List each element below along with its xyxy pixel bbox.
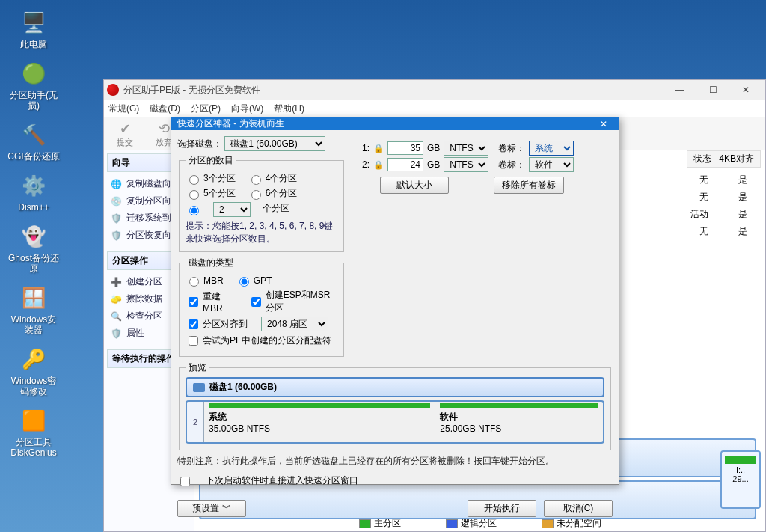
disk-type-group: 磁盘的类型 MBR GPT 重建MBR 创建ESP和MSR分区 分区对齐到 20… — [179, 257, 344, 357]
menu-help[interactable]: 帮助(H) — [274, 103, 304, 115]
fs-2-select[interactable]: NTFS — [444, 157, 488, 172]
count-suffix: 个分区 — [263, 202, 289, 217]
align-select[interactable]: 2048 扇区 — [261, 317, 328, 331]
dialog-close-button[interactable]: ✕ — [595, 119, 613, 129]
part2-info: 25.00GB NTFS — [440, 424, 598, 434]
partition-esp-slot: 2 — [187, 402, 204, 442]
menu-wizard[interactable]: 向导(W) — [231, 103, 263, 115]
part1-info: 35.00GB NTFS — [209, 424, 430, 434]
minimize-button[interactable]: — — [664, 80, 696, 100]
window-title: 分区助手PE版 - 无损分区免费软件 — [123, 84, 664, 97]
menu-disk[interactable]: 磁盘(D) — [150, 103, 180, 115]
partition-1[interactable]: 系统 35.00GB NTFS — [204, 402, 435, 442]
dialog-title: 快速分区神器 - 为装机而生 — [177, 117, 284, 130]
menu-partition[interactable]: 分区(P) — [191, 103, 221, 115]
radio-5[interactable]: 5个分区 — [186, 187, 236, 200]
desktop-icon[interactable]: 🔑Windows密码修改 — [7, 344, 60, 397]
titlebar: 分区助手PE版 - 无损分区免费软件 — ☐ ✕ — [104, 80, 765, 100]
tile-name: I:.. — [722, 465, 759, 474]
radio-custom[interactable] — [186, 202, 201, 217]
count-hint: 提示：您能按1, 2, 3, 4, 5, 6, 7, 8, 9键来快速选择分区数… — [186, 220, 337, 245]
chevron-down-icon: ︾ — [222, 503, 231, 513]
preview-disk-name: 磁盘1 (60.00GB) — [209, 381, 277, 394]
row2-num: 2: — [358, 159, 370, 170]
desktop-icon[interactable]: 🔨CGI备份还原 — [7, 120, 60, 162]
disk-icon — [193, 383, 205, 392]
radio-gpt[interactable]: GPT — [236, 275, 272, 287]
partition-count-group: 分区的数目 3个分区 4个分区 5个分区 6个分区 2 个分区 提示：您能按1 — [179, 154, 344, 252]
partition-2[interactable]: 软件 25.00GB NTFS — [435, 402, 603, 442]
chk-align[interactable]: 分区对齐到 — [186, 317, 248, 331]
row2-unit: GB — [427, 159, 440, 170]
disk-select[interactable]: 磁盘1 (60.00GB) — [224, 136, 325, 151]
remove-labels-button[interactable]: 移除所有卷标 — [494, 177, 564, 194]
dialog-titlebar: 快速分区神器 - 为装机而生 ✕ — [171, 117, 619, 130]
vol-2-select[interactable]: 软件 — [529, 157, 574, 172]
part1-name: 系统 — [209, 411, 430, 424]
app-icon — [107, 84, 119, 96]
desktop-icon[interactable]: ⚙️Dism++ — [7, 171, 60, 213]
quick-partition-dialog: 快速分区神器 - 为装机而生 ✕ 选择磁盘： 磁盘1 (60.00GB) 分区的… — [171, 117, 619, 485]
partition-tile[interactable]: I:.. 29... — [720, 450, 761, 509]
maximize-button[interactable]: ☐ — [696, 80, 729, 100]
menubar: 常规(G) 磁盘(D) 分区(P) 向导(W) 帮助(H) — [104, 100, 765, 117]
preview-partitions: 2 系统 35.00GB NTFS 软件 25.00GB NTFS — [186, 400, 604, 444]
start-button[interactable]: 开始执行 — [468, 500, 536, 517]
preview-label: 预览 — [186, 361, 209, 374]
radio-6[interactable]: 6个分区 — [248, 187, 298, 200]
preset-button[interactable]: 预设置 ︾ — [177, 500, 246, 517]
size-1-input[interactable] — [387, 141, 423, 155]
close-button[interactable]: ✕ — [729, 80, 762, 100]
default-size-button[interactable]: 默认大小 — [380, 177, 449, 194]
chk-pe-letters[interactable]: 尝试为PE中创建的分区分配盘符 — [186, 334, 331, 348]
partition-count-label: 分区的数目 — [186, 154, 236, 167]
row1-unit: GB — [427, 143, 440, 153]
radio-3[interactable]: 3个分区 — [186, 172, 236, 185]
lock-icon[interactable]: 🔒 — [373, 144, 384, 153]
col-state: 状态 — [693, 153, 711, 165]
select-disk-label: 选择磁盘： — [177, 138, 222, 150]
chk-rebuild-mbr[interactable]: 重建MBR — [186, 289, 235, 314]
chk-create-esp[interactable]: 创建ESP和MSR分区 — [248, 289, 337, 314]
disk-type-label: 磁盘的类型 — [186, 257, 236, 269]
radio-4[interactable]: 4个分区 — [248, 172, 298, 185]
desktop-icon[interactable]: 🖥️此电脑 — [7, 7, 60, 49]
size-2-input[interactable] — [387, 158, 423, 171]
lock-icon[interactable]: 🔒 — [373, 160, 384, 170]
fs-1-select[interactable]: NTFS — [444, 141, 488, 156]
row1-num: 1: — [358, 143, 370, 153]
warning-text: 特别注意：执行此操作后，当前所选磁盘上已经存在的所有分区将被删除！按回车键开始分… — [177, 455, 613, 468]
desktop-icon[interactable]: 🟧分区工具DiskGenius — [7, 406, 60, 458]
chk-auto-open[interactable]: 下次启动软件时直接进入快速分区窗口 — [177, 474, 613, 489]
preview-group: 预览 磁盘1 (60.00GB) 2 系统 35.00GB NTFS 软件 25… — [179, 361, 611, 450]
vol-label: 卷标： — [498, 142, 525, 155]
preview-disk-header: 磁盘1 (60.00GB) — [186, 377, 604, 397]
part2-name: 软件 — [440, 411, 598, 424]
vol-label: 卷标： — [498, 159, 525, 171]
desktop-icon[interactable]: 👻Ghost备份还原 — [7, 221, 60, 274]
radio-mbr[interactable]: MBR — [186, 275, 224, 287]
count-select[interactable]: 2 — [213, 202, 251, 217]
column-headers: 状态 4KB对齐 — [687, 150, 761, 168]
vol-1-select[interactable]: 系统 — [529, 141, 574, 156]
desktop-icon[interactable]: 🟢分区助手(无损) — [7, 58, 60, 111]
menu-general[interactable]: 常规(G) — [108, 103, 139, 115]
commit-button[interactable]: ✔提交 — [110, 120, 140, 148]
cancel-button[interactable]: 取消(C) — [544, 500, 613, 517]
tile-size: 29... — [722, 474, 759, 483]
desktop-icon[interactable]: 🪟Windows安装器 — [7, 283, 60, 335]
col-align: 4KB对齐 — [719, 153, 754, 165]
